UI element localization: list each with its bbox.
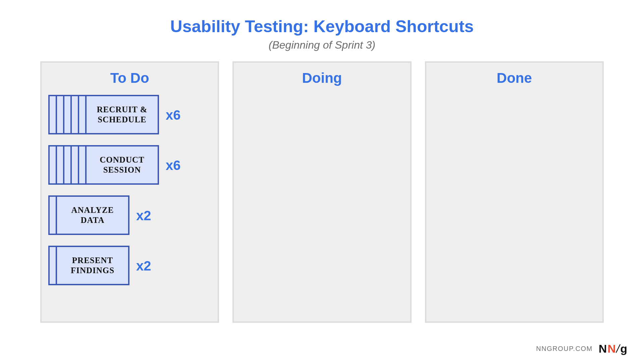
task-row: PRESENT FINDINGSx2	[48, 246, 211, 286]
page-subtitle: (Beginning of Sprint 3)	[20, 39, 624, 51]
footer: NNGROUP.COM N N / g	[536, 342, 627, 355]
card-stack[interactable]: PRESENT FINDINGS	[48, 246, 129, 286]
column-title: Done	[433, 70, 596, 86]
task-card-top[interactable]: ANALYZE DATA	[56, 195, 129, 235]
card-stack[interactable]: CONDUCT SESSION	[48, 145, 159, 185]
task-count: x6	[166, 158, 181, 173]
task-count: x2	[136, 258, 151, 274]
task-row: ANALYZE DATAx2	[48, 195, 211, 236]
task-label: PRESENT FINDINGS	[71, 255, 114, 276]
nng-logo: N N / g	[599, 342, 627, 355]
column-todo: To Do RECRUIT & SCHEDULEx6CONDUCT SESSIO…	[40, 61, 219, 323]
card-stack[interactable]: RECRUIT & SCHEDULE	[48, 95, 159, 135]
footer-url: NNGROUP.COM	[536, 345, 592, 353]
logo-n2: N	[607, 342, 616, 355]
task-label: ANALYZE DATA	[71, 205, 114, 225]
task-row: CONDUCT SESSIONx6	[48, 145, 211, 185]
logo-n1: N	[599, 342, 607, 355]
column-title: To Do	[48, 70, 211, 86]
task-row: RECRUIT & SCHEDULEx6	[48, 95, 211, 135]
kanban-board: To Do RECRUIT & SCHEDULEx6CONDUCT SESSIO…	[20, 61, 624, 323]
task-label: CONDUCT SESSION	[100, 155, 144, 175]
task-count: x6	[166, 108, 181, 123]
column-done: Done	[425, 61, 604, 323]
page-title: Usability Testing: Keyboard Shortcuts	[20, 17, 624, 36]
column-title: Doing	[240, 70, 403, 86]
column-doing: Doing	[232, 61, 411, 323]
task-card-top[interactable]: RECRUIT & SCHEDULE	[85, 95, 159, 134]
logo-g: g	[620, 342, 627, 355]
task-count: x2	[136, 208, 151, 223]
task-label: RECRUIT & SCHEDULE	[97, 105, 148, 125]
task-card-top[interactable]: CONDUCT SESSION	[85, 145, 159, 185]
task-card-top[interactable]: PRESENT FINDINGS	[56, 246, 129, 285]
card-stack[interactable]: ANALYZE DATA	[48, 195, 129, 236]
